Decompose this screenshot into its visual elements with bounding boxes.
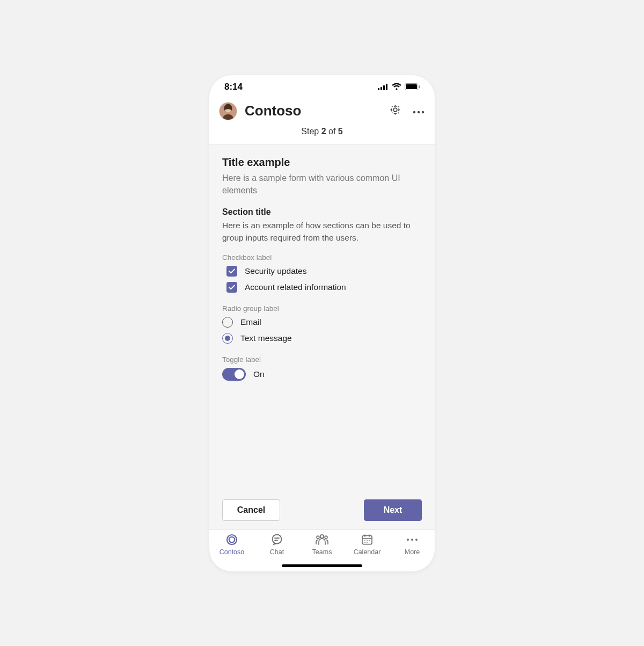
tab-contoso[interactable]: Contoso xyxy=(209,533,254,571)
radio-input[interactable] xyxy=(222,317,233,328)
form-content: Title example Here is a sample form with… xyxy=(209,144,435,529)
svg-rect-0 xyxy=(378,88,379,90)
checkbox-label: Account related information xyxy=(245,282,346,292)
svg-point-9 xyxy=(393,108,397,112)
svg-point-23 xyxy=(364,542,365,543)
toggle-group: Toggle label On xyxy=(222,355,422,381)
app-title: Contoso xyxy=(245,103,381,119)
checkbox-group: Checkbox label Security updates Account … xyxy=(222,253,422,293)
svg-point-10 xyxy=(413,111,415,113)
radio-email[interactable]: Email xyxy=(222,317,422,328)
more-horizontal-icon xyxy=(413,106,425,116)
svg-point-27 xyxy=(415,539,418,541)
radio-group-label: Radio group label xyxy=(222,304,422,313)
radio-label: Email xyxy=(240,317,261,327)
svg-rect-3 xyxy=(386,84,387,90)
contoso-ring-icon xyxy=(225,533,238,546)
more-button[interactable] xyxy=(412,105,425,118)
gear-icon xyxy=(389,104,401,118)
settings-button[interactable] xyxy=(389,105,401,118)
step-prefix: Step xyxy=(301,127,321,136)
svg-rect-6 xyxy=(419,85,420,88)
status-time: 8:14 xyxy=(224,82,243,92)
calendar-icon xyxy=(361,533,374,546)
phone-frame: 8:14 Contoso xyxy=(209,75,435,571)
tab-label: More xyxy=(405,548,420,556)
check-icon xyxy=(229,268,235,274)
step-indicator: Step 2 of 5 xyxy=(209,127,435,144)
avatar[interactable] xyxy=(219,102,237,120)
next-button[interactable]: Next xyxy=(364,499,422,521)
checkbox-input[interactable] xyxy=(226,266,237,277)
svg-rect-2 xyxy=(383,85,385,90)
tab-label: Contoso xyxy=(219,548,245,556)
header: Contoso xyxy=(209,99,435,127)
radio-text-message[interactable]: Text message xyxy=(222,333,422,344)
step-total: 5 xyxy=(338,127,343,136)
toggle-switch[interactable] xyxy=(222,368,246,381)
svg-point-14 xyxy=(229,536,235,542)
checkbox-security-updates[interactable]: Security updates xyxy=(222,266,422,277)
cancel-button[interactable]: Cancel xyxy=(222,499,280,521)
radio-group: Radio group label Email Text message xyxy=(222,304,422,344)
svg-point-20 xyxy=(364,540,365,541)
checkbox-label: Security updates xyxy=(245,266,306,276)
teams-icon xyxy=(315,533,329,546)
svg-point-15 xyxy=(273,534,282,543)
svg-rect-1 xyxy=(380,87,382,90)
more-horizontal-icon xyxy=(406,533,418,546)
svg-point-25 xyxy=(407,539,409,541)
battery-icon xyxy=(405,83,420,90)
svg-rect-5 xyxy=(406,84,417,89)
toggle-group-label: Toggle label xyxy=(222,355,422,364)
status-bar: 8:14 xyxy=(209,75,435,99)
svg-point-17 xyxy=(317,536,319,539)
tab-label: Calendar xyxy=(354,548,381,556)
radio-input[interactable] xyxy=(222,333,233,344)
checkbox-account-info[interactable]: Account related information xyxy=(222,282,422,293)
page-title: Title example xyxy=(222,156,422,169)
section-description: Here is an example of how sections can b… xyxy=(222,219,422,244)
check-icon xyxy=(229,285,235,290)
svg-point-12 xyxy=(422,111,424,113)
svg-point-11 xyxy=(418,111,420,113)
svg-point-24 xyxy=(367,542,368,543)
tab-label: Chat xyxy=(270,548,284,556)
toggle-state-label: On xyxy=(253,369,265,379)
svg-point-26 xyxy=(411,539,413,541)
cellular-icon xyxy=(378,84,389,90)
checkbox-group-label: Checkbox label xyxy=(222,253,422,262)
tab-more[interactable]: More xyxy=(390,533,435,571)
radio-label: Text message xyxy=(240,333,292,343)
svg-point-22 xyxy=(369,540,370,541)
svg-point-18 xyxy=(325,536,327,539)
svg-point-16 xyxy=(320,534,324,538)
wifi-icon xyxy=(392,83,401,90)
step-current: 2 xyxy=(321,127,326,136)
tab-label: Teams xyxy=(312,548,332,556)
home-indicator[interactable] xyxy=(282,564,362,567)
step-mid: of xyxy=(326,127,338,136)
chat-icon xyxy=(270,533,283,546)
status-indicators xyxy=(378,83,420,90)
page-subtitle: Here is a sample form with various commo… xyxy=(222,172,422,197)
checkbox-input[interactable] xyxy=(226,282,237,293)
section-title: Section title xyxy=(222,207,422,217)
svg-point-21 xyxy=(367,540,368,541)
footer-buttons: Cancel Next xyxy=(222,499,422,521)
